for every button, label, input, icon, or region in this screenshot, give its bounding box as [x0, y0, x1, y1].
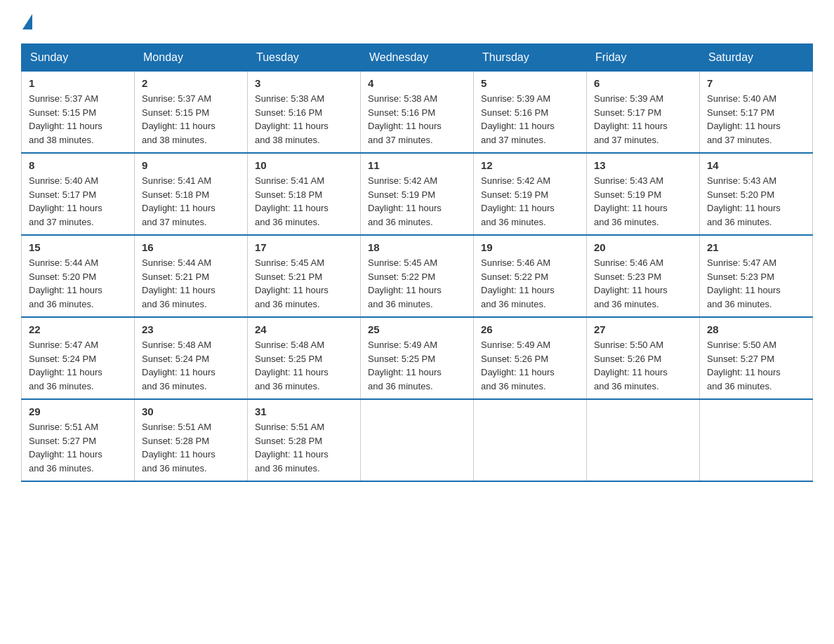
day-number: 6 — [594, 77, 692, 89]
calendar-cell: 25Sunrise: 5:49 AMSunset: 5:25 PMDayligh… — [361, 317, 474, 399]
calendar-week-1: 1Sunrise: 5:37 AMSunset: 5:15 PMDaylight… — [22, 72, 813, 154]
column-header-friday: Friday — [587, 44, 700, 72]
calendar-cell — [700, 399, 813, 481]
column-header-sunday: Sunday — [22, 44, 135, 72]
day-info: Sunrise: 5:37 AMSunset: 5:15 PMDaylight:… — [29, 92, 127, 147]
day-info: Sunrise: 5:50 AMSunset: 5:27 PMDaylight:… — [707, 338, 805, 393]
day-info: Sunrise: 5:37 AMSunset: 5:15 PMDaylight:… — [142, 92, 240, 147]
calendar-cell: 21Sunrise: 5:47 AMSunset: 5:23 PMDayligh… — [700, 235, 813, 317]
day-info: Sunrise: 5:51 AMSunset: 5:27 PMDaylight:… — [29, 420, 127, 475]
calendar-cell — [474, 399, 587, 481]
calendar-cell: 6Sunrise: 5:39 AMSunset: 5:17 PMDaylight… — [587, 72, 700, 154]
day-number: 21 — [707, 241, 805, 253]
calendar-cell: 31Sunrise: 5:51 AMSunset: 5:28 PMDayligh… — [248, 399, 361, 481]
calendar-cell: 10Sunrise: 5:41 AMSunset: 5:18 PMDayligh… — [248, 153, 361, 235]
day-info: Sunrise: 5:45 AMSunset: 5:22 PMDaylight:… — [368, 256, 466, 311]
day-number: 9 — [142, 159, 240, 171]
day-number: 29 — [29, 405, 127, 417]
day-info: Sunrise: 5:44 AMSunset: 5:21 PMDaylight:… — [142, 256, 240, 311]
day-number: 16 — [142, 241, 240, 253]
column-header-wednesday: Wednesday — [361, 44, 474, 72]
day-number: 25 — [368, 323, 466, 335]
day-info: Sunrise: 5:49 AMSunset: 5:25 PMDaylight:… — [368, 338, 466, 393]
day-info: Sunrise: 5:48 AMSunset: 5:25 PMDaylight:… — [255, 338, 353, 393]
day-info: Sunrise: 5:47 AMSunset: 5:23 PMDaylight:… — [707, 256, 805, 311]
day-number: 7 — [707, 77, 805, 89]
column-header-tuesday: Tuesday — [248, 44, 361, 72]
calendar-cell: 5Sunrise: 5:39 AMSunset: 5:16 PMDaylight… — [474, 72, 587, 154]
calendar-cell: 17Sunrise: 5:45 AMSunset: 5:21 PMDayligh… — [248, 235, 361, 317]
day-number: 17 — [255, 241, 353, 253]
calendar-week-5: 29Sunrise: 5:51 AMSunset: 5:27 PMDayligh… — [22, 399, 813, 481]
day-number: 19 — [481, 241, 579, 253]
calendar-week-2: 8Sunrise: 5:40 AMSunset: 5:17 PMDaylight… — [22, 153, 813, 235]
day-number: 1 — [29, 77, 127, 89]
day-number: 23 — [142, 323, 240, 335]
calendar-cell: 4Sunrise: 5:38 AMSunset: 5:16 PMDaylight… — [361, 72, 474, 154]
calendar-cell: 28Sunrise: 5:50 AMSunset: 5:27 PMDayligh… — [700, 317, 813, 399]
day-number: 13 — [594, 159, 692, 171]
column-header-thursday: Thursday — [474, 44, 587, 72]
calendar-cell: 23Sunrise: 5:48 AMSunset: 5:24 PMDayligh… — [135, 317, 248, 399]
logo-text — [21, 14, 32, 31]
day-info: Sunrise: 5:39 AMSunset: 5:16 PMDaylight:… — [481, 92, 579, 147]
calendar-cell: 29Sunrise: 5:51 AMSunset: 5:27 PMDayligh… — [22, 399, 135, 481]
day-number: 8 — [29, 159, 127, 171]
calendar-cell: 7Sunrise: 5:40 AMSunset: 5:17 PMDaylight… — [700, 72, 813, 154]
day-info: Sunrise: 5:39 AMSunset: 5:17 PMDaylight:… — [594, 92, 692, 147]
calendar-cell: 1Sunrise: 5:37 AMSunset: 5:15 PMDaylight… — [22, 72, 135, 154]
calendar-cell — [361, 399, 474, 481]
calendar-cell: 3Sunrise: 5:38 AMSunset: 5:16 PMDaylight… — [248, 72, 361, 154]
calendar-header-row: SundayMondayTuesdayWednesdayThursdayFrid… — [22, 44, 813, 72]
calendar-cell: 12Sunrise: 5:42 AMSunset: 5:19 PMDayligh… — [474, 153, 587, 235]
day-number: 20 — [594, 241, 692, 253]
day-info: Sunrise: 5:43 AMSunset: 5:20 PMDaylight:… — [707, 174, 805, 229]
calendar-cell: 24Sunrise: 5:48 AMSunset: 5:25 PMDayligh… — [248, 317, 361, 399]
day-number: 5 — [481, 77, 579, 89]
calendar-cell: 22Sunrise: 5:47 AMSunset: 5:24 PMDayligh… — [22, 317, 135, 399]
calendar-cell — [587, 399, 700, 481]
calendar-cell: 30Sunrise: 5:51 AMSunset: 5:28 PMDayligh… — [135, 399, 248, 481]
day-info: Sunrise: 5:41 AMSunset: 5:18 PMDaylight:… — [255, 174, 353, 229]
day-number: 11 — [368, 159, 466, 171]
calendar-cell: 13Sunrise: 5:43 AMSunset: 5:19 PMDayligh… — [587, 153, 700, 235]
day-info: Sunrise: 5:47 AMSunset: 5:24 PMDaylight:… — [29, 338, 127, 393]
logo — [21, 14, 32, 29]
calendar-cell: 15Sunrise: 5:44 AMSunset: 5:20 PMDayligh… — [22, 235, 135, 317]
day-info: Sunrise: 5:38 AMSunset: 5:16 PMDaylight:… — [255, 92, 353, 147]
calendar-cell: 26Sunrise: 5:49 AMSunset: 5:26 PMDayligh… — [474, 317, 587, 399]
day-number: 22 — [29, 323, 127, 335]
day-number: 31 — [255, 405, 353, 417]
day-number: 4 — [368, 77, 466, 89]
page-header — [21, 14, 813, 29]
day-info: Sunrise: 5:46 AMSunset: 5:23 PMDaylight:… — [594, 256, 692, 311]
day-number: 10 — [255, 159, 353, 171]
column-header-saturday: Saturday — [700, 44, 813, 72]
day-number: 12 — [481, 159, 579, 171]
calendar-cell: 2Sunrise: 5:37 AMSunset: 5:15 PMDaylight… — [135, 72, 248, 154]
calendar-cell: 9Sunrise: 5:41 AMSunset: 5:18 PMDaylight… — [135, 153, 248, 235]
calendar-cell: 19Sunrise: 5:46 AMSunset: 5:22 PMDayligh… — [474, 235, 587, 317]
day-info: Sunrise: 5:42 AMSunset: 5:19 PMDaylight:… — [481, 174, 579, 229]
day-info: Sunrise: 5:51 AMSunset: 5:28 PMDaylight:… — [255, 420, 353, 475]
day-number: 2 — [142, 77, 240, 89]
day-number: 15 — [29, 241, 127, 253]
day-number: 18 — [368, 241, 466, 253]
calendar-cell: 16Sunrise: 5:44 AMSunset: 5:21 PMDayligh… — [135, 235, 248, 317]
day-info: Sunrise: 5:38 AMSunset: 5:16 PMDaylight:… — [368, 92, 466, 147]
day-number: 24 — [255, 323, 353, 335]
day-number: 27 — [594, 323, 692, 335]
calendar-cell: 11Sunrise: 5:42 AMSunset: 5:19 PMDayligh… — [361, 153, 474, 235]
day-number: 14 — [707, 159, 805, 171]
day-info: Sunrise: 5:45 AMSunset: 5:21 PMDaylight:… — [255, 256, 353, 311]
calendar-cell: 14Sunrise: 5:43 AMSunset: 5:20 PMDayligh… — [700, 153, 813, 235]
day-number: 28 — [707, 323, 805, 335]
day-info: Sunrise: 5:46 AMSunset: 5:22 PMDaylight:… — [481, 256, 579, 311]
calendar-cell: 18Sunrise: 5:45 AMSunset: 5:22 PMDayligh… — [361, 235, 474, 317]
calendar-table: SundayMondayTuesdayWednesdayThursdayFrid… — [21, 43, 813, 482]
day-info: Sunrise: 5:44 AMSunset: 5:20 PMDaylight:… — [29, 256, 127, 311]
day-info: Sunrise: 5:41 AMSunset: 5:18 PMDaylight:… — [142, 174, 240, 229]
column-header-monday: Monday — [135, 44, 248, 72]
day-info: Sunrise: 5:48 AMSunset: 5:24 PMDaylight:… — [142, 338, 240, 393]
day-info: Sunrise: 5:49 AMSunset: 5:26 PMDaylight:… — [481, 338, 579, 393]
